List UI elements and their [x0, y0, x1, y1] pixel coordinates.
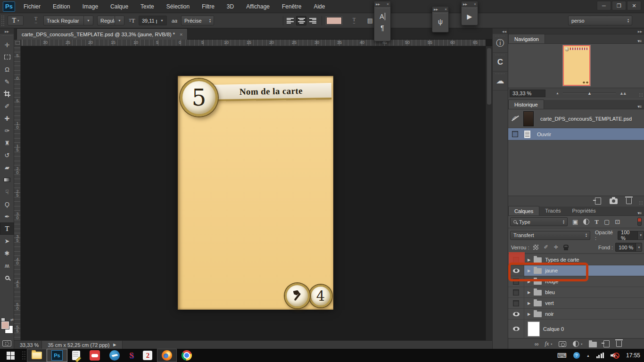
minimize-button[interactable]: ─ [597, 1, 611, 10]
ruler-origin[interactable] [14, 40, 21, 46]
collapse-icon[interactable]: ▶▶ [376, 2, 380, 6]
restore-button[interactable]: ❐ [612, 1, 626, 10]
visibility-toggle[interactable] [508, 255, 524, 265]
new-snapshot-icon[interactable] [610, 198, 618, 204]
tool-lasso[interactable]: Ω [0, 63, 14, 75]
menu-edition[interactable]: Edition [53, 3, 70, 10]
filter-smart-object-icon[interactable]: ⊡ [615, 218, 620, 225]
muted-speaker-icon[interactable] [611, 353, 618, 359]
menu-3d[interactable]: 3D [227, 3, 234, 10]
default-colors-icon[interactable] [1, 318, 5, 321]
layer-row-types-de-carte[interactable]: ▶Types de carte [508, 255, 644, 265]
tab-history[interactable]: Historique [508, 99, 544, 109]
layer-row-rouge[interactable]: ▶rouge [508, 276, 644, 287]
tab-calques[interactable]: Calques [508, 206, 539, 215]
layer-name[interactable]: bleu [545, 289, 555, 295]
menu-fenetre[interactable]: Fenêtre [282, 3, 301, 10]
link-layers-icon[interactable]: ∞ [535, 341, 538, 347]
tab-traces[interactable]: Tracés [539, 206, 566, 215]
delete-state-icon[interactable] [626, 198, 632, 204]
delete-layer-icon[interactable] [616, 341, 622, 347]
help-icon[interactable]: ? [573, 352, 580, 359]
info-panel-button[interactable]: ⓘ [493, 34, 508, 53]
canvas-pasteboard[interactable]: 5 Nom de la carte 4 [21, 46, 486, 340]
type-tool-preset[interactable]: T▾ [8, 16, 24, 25]
close-tab-icon[interactable]: × [180, 32, 182, 37]
tool-brush[interactable]: ✑ [0, 124, 14, 137]
resize-grip[interactable] [639, 201, 643, 205]
tool-move[interactable]: ✛ [0, 39, 14, 51]
swap-colors-icon[interactable]: ⇄ [10, 318, 14, 322]
add-mask-icon[interactable] [559, 341, 566, 347]
resize-grip[interactable] [639, 93, 643, 97]
tool-pen[interactable]: ✒ [0, 210, 14, 222]
tool-zoom[interactable] [0, 272, 14, 284]
panel-menu-icon[interactable]: ▾≡ [637, 39, 644, 43]
fill-field[interactable]: 100 % ▼ [615, 243, 642, 252]
new-group-icon[interactable] [589, 342, 597, 347]
expand-arrow-icon[interactable]: ▶ [528, 301, 530, 305]
lock-transparency-icon[interactable] [533, 245, 538, 250]
tool-custom-shape[interactable]: ✱ [0, 247, 14, 259]
warp-text-button[interactable]: T⌣ [349, 16, 359, 25]
tool-quick-selection[interactable]: ✎ [0, 75, 14, 88]
card-canvas[interactable]: 5 Nom de la carte 4 [178, 76, 333, 310]
taskbar-notepadpp[interactable] [67, 349, 85, 362]
layer-thumbnail[interactable] [528, 321, 540, 337]
toggle-panels-button[interactable]: ▤ [366, 16, 374, 25]
visibility-toggle[interactable] [508, 287, 524, 297]
text-color-swatch[interactable] [326, 17, 342, 25]
taskbar-photoshop[interactable]: Ps [47, 349, 67, 362]
filter-shape-icon[interactable]: ▢ [604, 218, 610, 225]
tool-eraser[interactable]: ▰ [0, 161, 14, 173]
taskbar-openoffice[interactable] [105, 349, 124, 362]
layer-row-jaune[interactable]: ▶jaune [508, 265, 644, 276]
tool-gradient[interactable] [0, 173, 14, 186]
taskbar-s-app[interactable]: S [124, 349, 138, 362]
color-panel-button[interactable]: C [493, 53, 508, 72]
align-right-button[interactable] [307, 16, 318, 25]
menu-aide[interactable]: Aide [314, 3, 325, 10]
tool-spot-healing[interactable]: ✚ [0, 112, 14, 124]
menu-calque[interactable]: Calque [110, 3, 128, 10]
layer-content[interactable]: ▶rouge [524, 276, 644, 287]
close-icon[interactable]: ✕ [387, 2, 389, 6]
lock-pixels-icon[interactable]: ✐ [544, 244, 548, 250]
taskbar-file-explorer[interactable] [27, 349, 47, 362]
filter-pixel-icon[interactable]: ▣ [572, 218, 578, 225]
visibility-toggle[interactable] [508, 309, 524, 319]
menu-image[interactable]: Image [83, 3, 98, 10]
layer-row-calque-0[interactable]: Calque 0 [508, 320, 644, 338]
layer-filter-select[interactable]: Type ▴▾ [510, 217, 568, 226]
align-left-button[interactable] [285, 16, 295, 25]
expand-arrow-icon[interactable]: ▶ [528, 312, 530, 316]
layer-style-icon[interactable]: fx [545, 340, 549, 347]
history-snapshot-row[interactable]: ✐ carte_DPS_concours5_TEMPLATE.psd [508, 109, 644, 128]
tab-proprietes[interactable]: Propriétés [567, 206, 602, 215]
layer-content[interactable]: ▶bleu [524, 287, 644, 297]
filter-toggle-switch[interactable] [637, 218, 642, 226]
visibility-toggle[interactable] [508, 276, 524, 287]
taskbar-two-app[interactable]: 2 [138, 349, 157, 362]
anti-alias-select[interactable]: Précise ▴▾ [181, 16, 214, 25]
taskbar-game-app[interactable] [85, 349, 105, 362]
history-source-checkbox[interactable] [512, 131, 518, 137]
zoom-slider[interactable]: ▲ [563, 90, 616, 97]
layer-content[interactable]: ▶noir [524, 309, 644, 319]
layer-row-noir[interactable]: ▶noir [508, 309, 644, 320]
tool-crop[interactable] [0, 88, 14, 100]
layer-name[interactable]: vert [545, 300, 553, 306]
zoom-value-field[interactable]: 33,33 % [510, 90, 545, 97]
tool-hand[interactable]: ʍ [0, 259, 14, 272]
menu-fichier[interactable]: Fichier [24, 3, 41, 10]
keyboard-icon[interactable]: ⌨ [557, 352, 567, 359]
paragraph-panel-icon[interactable]: ¶ [374, 22, 390, 33]
layer-name[interactable]: jaune [545, 268, 558, 273]
collapse-icon[interactable]: ▶▶ [463, 2, 467, 6]
tool-history-brush[interactable]: ↺ [0, 149, 14, 161]
navigation-thumbnail[interactable] [563, 45, 590, 86]
text-orientation-button[interactable]: T↔ [30, 16, 41, 25]
menu-filtre[interactable]: Filtre [202, 3, 215, 10]
taskbar-chrome[interactable] [177, 349, 197, 362]
layer-content[interactable]: ▶vert [524, 298, 644, 308]
